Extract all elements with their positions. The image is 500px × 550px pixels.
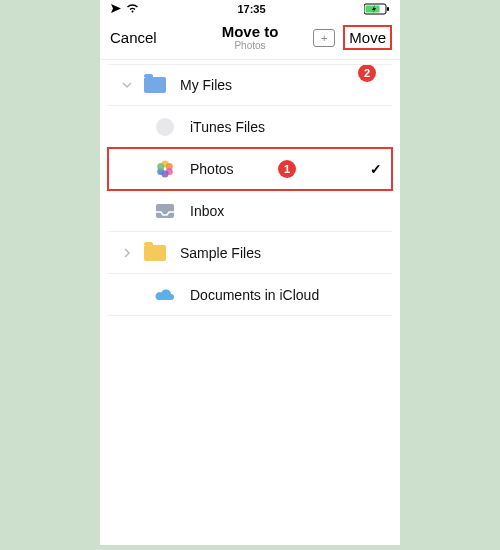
cancel-button[interactable]: Cancel xyxy=(110,29,157,46)
list-item-itunes[interactable]: iTunes Files xyxy=(108,106,392,148)
status-bar: 17:35 xyxy=(100,0,400,18)
svg-rect-1 xyxy=(365,6,379,13)
svg-point-8 xyxy=(157,163,164,170)
nav-subtitle: Photos xyxy=(222,40,279,51)
photos-icon xyxy=(154,158,176,180)
inbox-icon xyxy=(154,200,176,222)
list-item-label: Photos xyxy=(190,161,234,177)
wifi-icon xyxy=(126,3,139,15)
list-item-label: My Files xyxy=(180,77,232,93)
list-item-photos[interactable]: Photos 1 ✓ xyxy=(108,148,392,190)
list-item-label: iTunes Files xyxy=(190,119,265,135)
svg-rect-2 xyxy=(387,7,389,11)
list-item-my-files[interactable]: My Files xyxy=(108,64,392,106)
itunes-icon xyxy=(154,116,176,138)
move-button[interactable]: Move xyxy=(345,27,390,48)
list-item-label: Sample Files xyxy=(180,245,261,261)
list-item-inbox[interactable]: Inbox xyxy=(108,190,392,232)
chevron-right-icon[interactable] xyxy=(120,248,134,258)
nav-bar: Cancel Move to Photos + Move xyxy=(100,18,400,60)
cloud-icon xyxy=(154,284,176,306)
svg-rect-9 xyxy=(156,204,174,218)
new-folder-icon[interactable]: + xyxy=(313,29,335,47)
list-item-sample-files[interactable]: Sample Files xyxy=(108,232,392,274)
chevron-down-icon[interactable] xyxy=(120,80,134,90)
checkmark-icon: ✓ xyxy=(370,161,386,177)
list-item-label: Inbox xyxy=(190,203,224,219)
folder-icon xyxy=(144,242,166,264)
list-item-icloud[interactable]: Documents in iCloud xyxy=(108,274,392,316)
battery-icon xyxy=(364,3,390,15)
folder-icon xyxy=(144,74,166,96)
nav-title: Move to xyxy=(222,24,279,41)
folder-list: My Files iTunes Files Photos 1 ✓ xyxy=(100,64,400,316)
list-item-label: Documents in iCloud xyxy=(190,287,319,303)
airplane-icon xyxy=(110,3,122,16)
status-time: 17:35 xyxy=(237,3,265,15)
annotation-marker-1: 1 xyxy=(278,160,296,178)
